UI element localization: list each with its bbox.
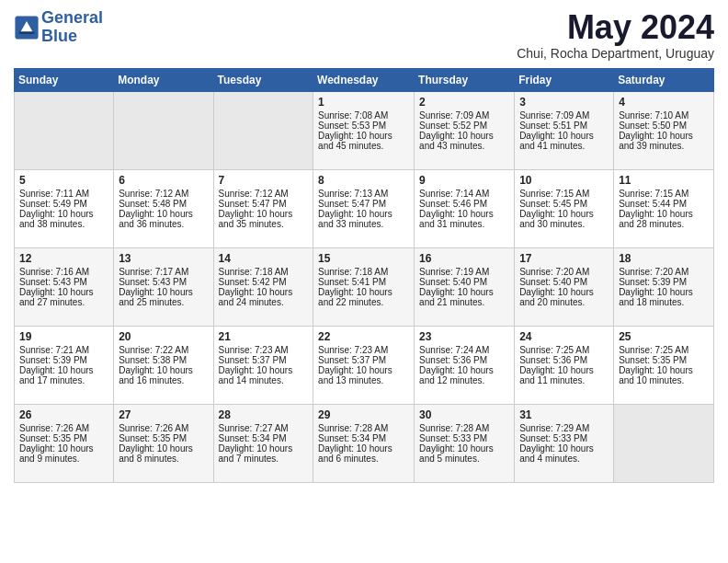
sunset-text: Sunset: 5:46 PM (419, 199, 509, 209)
calendar-cell: 3Sunrise: 7:09 AMSunset: 5:51 PMDaylight… (515, 91, 614, 169)
day-number: 24 (519, 330, 609, 343)
daylight-text: Daylight: 10 hours and 43 minutes. (419, 131, 509, 151)
sunrise-text: Sunrise: 7:28 AM (419, 423, 509, 433)
sunrise-text: Sunrise: 7:23 AM (219, 345, 309, 355)
daylight-text: Daylight: 10 hours and 6 minutes. (318, 443, 409, 464)
daylight-text: Daylight: 10 hours and 22 minutes. (318, 287, 409, 307)
sunrise-text: Sunrise: 7:20 AM (619, 267, 709, 277)
sunset-text: Sunset: 5:36 PM (519, 355, 609, 365)
day-number: 28 (219, 408, 309, 421)
sunset-text: Sunset: 5:39 PM (619, 277, 709, 287)
sunset-text: Sunset: 5:35 PM (619, 355, 709, 365)
sunrise-text: Sunrise: 7:10 AM (619, 110, 709, 121)
sunset-text: Sunset: 5:36 PM (419, 355, 509, 365)
sunset-text: Sunset: 5:51 PM (519, 121, 609, 131)
day-number: 29 (318, 408, 409, 421)
daylight-text: Daylight: 10 hours and 27 minutes. (19, 287, 108, 307)
calendar-cell: 7Sunrise: 7:12 AMSunset: 5:47 PMDaylight… (213, 169, 313, 247)
logo-line1: General (41, 8, 103, 27)
day-number: 22 (318, 330, 409, 343)
calendar-cell (213, 91, 313, 169)
calendar-cell: 8Sunrise: 7:13 AMSunset: 5:47 PMDaylight… (313, 169, 415, 247)
sunrise-text: Sunrise: 7:27 AM (219, 423, 309, 433)
daylight-text: Daylight: 10 hours and 13 minutes. (318, 365, 409, 385)
calendar-cell: 18Sunrise: 7:20 AMSunset: 5:39 PMDayligh… (614, 247, 714, 326)
sunset-text: Sunset: 5:44 PM (619, 199, 709, 209)
daylight-text: Daylight: 10 hours and 18 minutes. (619, 287, 709, 307)
calendar-week-row: 19Sunrise: 7:21 AMSunset: 5:39 PMDayligh… (15, 326, 714, 404)
day-number: 9 (419, 174, 509, 187)
daylight-text: Daylight: 10 hours and 16 minutes. (119, 365, 208, 385)
day-number: 19 (19, 330, 108, 343)
day-number: 5 (19, 174, 108, 187)
sunrise-text: Sunrise: 7:26 AM (19, 423, 108, 433)
day-number: 27 (119, 408, 208, 421)
sunset-text: Sunset: 5:41 PM (318, 277, 409, 287)
calendar-cell: 4Sunrise: 7:10 AMSunset: 5:50 PMDaylight… (614, 91, 714, 169)
day-number: 6 (119, 174, 208, 187)
calendar-week-row: 5Sunrise: 7:11 AMSunset: 5:49 PMDaylight… (15, 169, 714, 247)
day-number: 30 (419, 408, 509, 421)
calendar-cell: 9Sunrise: 7:14 AMSunset: 5:46 PMDaylight… (415, 169, 515, 247)
page-header: General Blue May 2024 Chui, Rocha Depart… (14, 9, 714, 61)
day-number: 23 (419, 330, 509, 343)
sunrise-text: Sunrise: 7:16 AM (19, 267, 108, 277)
daylight-text: Daylight: 10 hours and 35 minutes. (219, 209, 309, 229)
sunrise-text: Sunrise: 7:11 AM (19, 189, 108, 199)
sunrise-text: Sunrise: 7:09 AM (519, 110, 609, 121)
sunset-text: Sunset: 5:34 PM (219, 433, 309, 443)
day-number: 11 (619, 174, 709, 187)
sunset-text: Sunset: 5:47 PM (318, 199, 409, 209)
calendar-cell: 19Sunrise: 7:21 AMSunset: 5:39 PMDayligh… (15, 326, 114, 404)
sunrise-text: Sunrise: 7:26 AM (119, 423, 208, 433)
day-number: 1 (318, 96, 409, 109)
month-title: May 2024 (517, 9, 714, 46)
calendar-cell: 13Sunrise: 7:17 AMSunset: 5:43 PMDayligh… (114, 247, 213, 326)
sunset-text: Sunset: 5:50 PM (619, 121, 709, 131)
calendar-cell: 6Sunrise: 7:12 AMSunset: 5:48 PMDaylight… (114, 169, 213, 247)
calendar-cell: 5Sunrise: 7:11 AMSunset: 5:49 PMDaylight… (15, 169, 114, 247)
calendar-cell: 20Sunrise: 7:22 AMSunset: 5:38 PMDayligh… (114, 326, 213, 404)
daylight-text: Daylight: 10 hours and 11 minutes. (519, 365, 609, 385)
sunset-text: Sunset: 5:35 PM (19, 433, 108, 443)
sunset-text: Sunset: 5:47 PM (219, 199, 309, 209)
sunrise-text: Sunrise: 7:12 AM (119, 189, 208, 199)
sunset-text: Sunset: 5:40 PM (419, 277, 509, 287)
logo: General Blue (14, 9, 103, 46)
daylight-text: Daylight: 10 hours and 4 minutes. (519, 443, 609, 464)
sunset-text: Sunset: 5:40 PM (519, 277, 609, 287)
sunrise-text: Sunrise: 7:15 AM (619, 189, 709, 199)
day-number: 13 (119, 252, 208, 265)
sunrise-text: Sunrise: 7:25 AM (519, 345, 609, 355)
sunrise-text: Sunrise: 7:21 AM (19, 345, 108, 355)
calendar-week-row: 12Sunrise: 7:16 AMSunset: 5:43 PMDayligh… (15, 247, 714, 326)
calendar-cell: 2Sunrise: 7:09 AMSunset: 5:52 PMDaylight… (415, 91, 515, 169)
day-number: 18 (619, 252, 709, 265)
calendar-cell: 12Sunrise: 7:16 AMSunset: 5:43 PMDayligh… (15, 247, 114, 326)
calendar-cell: 16Sunrise: 7:19 AMSunset: 5:40 PMDayligh… (415, 247, 515, 326)
day-number: 2 (419, 96, 509, 109)
calendar-cell (114, 91, 213, 169)
day-of-week-header: Sunday (15, 68, 114, 91)
sunset-text: Sunset: 5:53 PM (318, 121, 409, 131)
calendar-week-row: 26Sunrise: 7:26 AMSunset: 5:35 PMDayligh… (15, 404, 714, 482)
daylight-text: Daylight: 10 hours and 25 minutes. (119, 287, 208, 307)
sunset-text: Sunset: 5:37 PM (318, 355, 409, 365)
day-number: 15 (318, 252, 409, 265)
daylight-text: Daylight: 10 hours and 38 minutes. (19, 209, 108, 229)
day-number: 31 (519, 408, 609, 421)
daylight-text: Daylight: 10 hours and 41 minutes. (519, 131, 609, 151)
calendar-cell: 22Sunrise: 7:23 AMSunset: 5:37 PMDayligh… (313, 326, 415, 404)
calendar-cell: 24Sunrise: 7:25 AMSunset: 5:36 PMDayligh… (515, 326, 614, 404)
calendar-table: SundayMondayTuesdayWednesdayThursdayFrid… (14, 68, 714, 483)
calendar-cell (15, 91, 114, 169)
sunset-text: Sunset: 5:38 PM (119, 355, 208, 365)
daylight-text: Daylight: 10 hours and 30 minutes. (519, 209, 609, 229)
calendar-cell: 10Sunrise: 7:15 AMSunset: 5:45 PMDayligh… (515, 169, 614, 247)
calendar-cell: 15Sunrise: 7:18 AMSunset: 5:41 PMDayligh… (313, 247, 415, 326)
day-number: 7 (219, 174, 309, 187)
sunset-text: Sunset: 5:34 PM (318, 433, 409, 443)
daylight-text: Daylight: 10 hours and 36 minutes. (119, 209, 208, 229)
calendar-cell: 26Sunrise: 7:26 AMSunset: 5:35 PMDayligh… (15, 404, 114, 482)
day-of-week-header: Friday (515, 68, 614, 91)
